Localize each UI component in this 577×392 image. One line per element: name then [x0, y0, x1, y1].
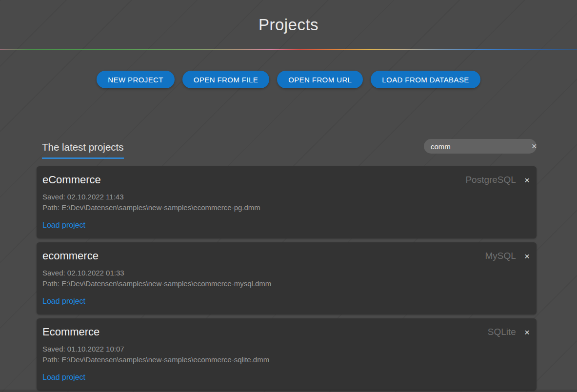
load-project-link[interactable]: Load project — [42, 373, 85, 382]
close-icon[interactable]: × — [524, 252, 530, 261]
page-header: Projects — [0, 0, 577, 49]
project-cards-list: eCommerce PostgreSQL × Saved: 02.10.2022… — [37, 166, 537, 391]
latest-header-row: The latest projects × — [37, 139, 537, 159]
search-clear-icon[interactable]: × — [532, 139, 537, 154]
project-saved: Saved: 01.10.2022 10:07 — [42, 344, 530, 354]
card-header-right: PostgreSQL × — [465, 175, 530, 185]
project-path: Path: E:\Dev\Datensen\samples\new-sample… — [42, 354, 530, 365]
latest-projects-heading: The latest projects — [42, 141, 124, 159]
load-project-link[interactable]: Load project — [42, 297, 85, 306]
db-type-label: MySQL — [485, 251, 516, 261]
db-type-label: PostgreSQL — [465, 175, 516, 185]
open-from-file-button[interactable]: OPEN FROM FILE — [182, 71, 269, 88]
project-meta: Saved: 02.10.2022 01:33 Path: E:\Dev\Dat… — [42, 268, 530, 289]
project-name: eCommerce — [42, 174, 101, 186]
card-header: eCommerce PostgreSQL × — [42, 174, 530, 186]
search-input[interactable] — [424, 139, 532, 154]
load-from-database-button[interactable]: LOAD FROM DATABASE — [371, 71, 480, 88]
search-box[interactable]: × — [424, 139, 537, 154]
new-project-button[interactable]: NEW PROJECT — [97, 71, 175, 88]
db-type-label: SQLite — [488, 327, 516, 337]
card-header-right: SQLite × — [488, 327, 530, 337]
bottom-edge — [0, 390, 577, 392]
project-meta: Saved: 02.10.2022 11:43 Path: E:\Dev\Dat… — [42, 192, 530, 213]
close-icon[interactable]: × — [524, 176, 530, 185]
project-saved: Saved: 02.10.2022 11:43 — [42, 192, 530, 202]
card-header: Ecommerce SQLite × — [42, 326, 530, 338]
card-header-right: MySQL × — [485, 251, 530, 261]
open-from-url-button[interactable]: OPEN FROM URL — [277, 71, 363, 88]
project-card: Ecommerce SQLite × Saved: 01.10.2022 10:… — [37, 318, 537, 391]
load-project-link[interactable]: Load project — [42, 221, 85, 230]
toolbar: NEW PROJECT OPEN FROM FILE OPEN FROM URL… — [0, 71, 577, 88]
page-title: Projects — [259, 16, 318, 34]
project-saved: Saved: 02.10.2022 01:33 — [42, 268, 530, 278]
project-name: ecommerce — [42, 250, 99, 262]
project-card: ecommerce MySQL × Saved: 02.10.2022 01:3… — [37, 242, 537, 314]
project-path: Path: E:\Dev\Datensen\samples\new-sample… — [42, 202, 530, 213]
latest-projects-section: The latest projects × eCommerce PostgreS… — [37, 139, 537, 391]
close-icon[interactable]: × — [524, 328, 530, 337]
project-card: eCommerce PostgreSQL × Saved: 02.10.2022… — [37, 166, 537, 238]
rainbow-divider — [0, 49, 577, 50]
card-header: ecommerce MySQL × — [42, 250, 530, 262]
project-name: Ecommerce — [42, 326, 99, 338]
project-path: Path: E:\Dev\Datensen\samples\new-sample… — [42, 278, 530, 289]
project-meta: Saved: 01.10.2022 10:07 Path: E:\Dev\Dat… — [42, 344, 530, 365]
